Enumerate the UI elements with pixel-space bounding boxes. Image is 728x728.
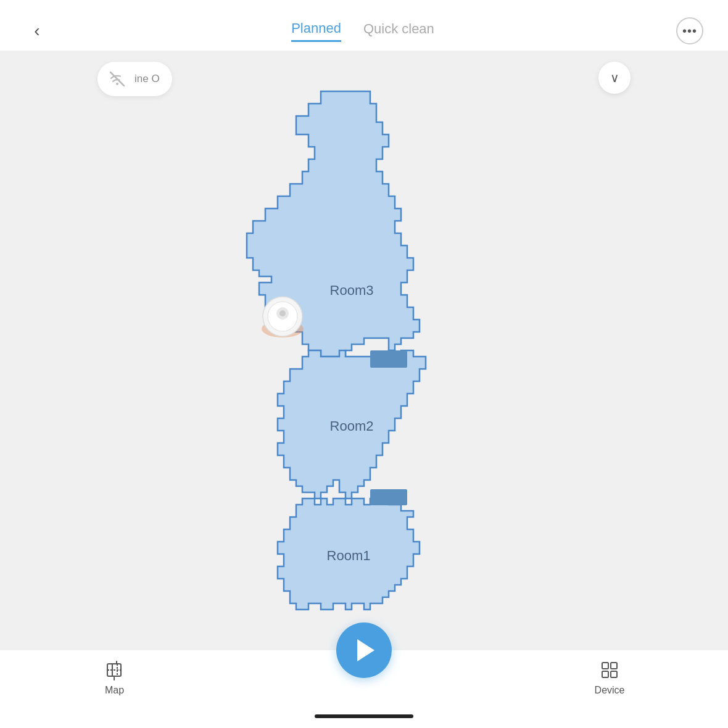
tab-quick-clean[interactable]: Quick clean <box>363 21 434 41</box>
map-label: Map <box>105 685 124 696</box>
tab-group: Planned Quick clean <box>291 20 434 42</box>
device-status-pill: ine O <box>97 62 172 96</box>
map-svg-wrapper: Room3 Room2 Room1 <box>86 51 642 650</box>
play-icon <box>357 639 374 661</box>
back-button[interactable]: ‹ <box>25 21 49 41</box>
svg-rect-4 <box>370 350 407 368</box>
floor-map-svg: Room3 Room2 Room1 <box>130 85 598 616</box>
map-icon <box>104 659 126 681</box>
room2-label: Room2 <box>330 418 374 434</box>
bottom-bar: Map Device <box>0 650 728 708</box>
device-button[interactable]: Device <box>595 659 625 696</box>
svg-point-11 <box>279 310 286 316</box>
room1-label: Room1 <box>327 548 371 563</box>
svg-rect-15 <box>602 671 608 677</box>
svg-rect-6 <box>370 489 407 505</box>
room3-label: Room3 <box>330 283 374 298</box>
svg-point-1 <box>116 83 118 85</box>
svg-rect-14 <box>611 663 617 669</box>
svg-rect-13 <box>602 663 608 669</box>
device-status-text: ine O <box>134 73 160 85</box>
play-button[interactable] <box>336 623 392 678</box>
home-indicator <box>0 708 728 728</box>
more-button[interactable]: ••• <box>676 17 703 44</box>
map-container: ine O ∨ Room3 Room2 Room1 <box>86 51 642 650</box>
svg-rect-16 <box>611 671 617 677</box>
device-icon <box>598 659 621 681</box>
map-button[interactable]: Map <box>104 659 126 696</box>
chevron-down-icon: ∨ <box>610 70 619 85</box>
home-bar <box>315 714 413 718</box>
header: ‹ Planned Quick clean ••• <box>0 0 728 51</box>
wifi-off-icon <box>106 68 128 90</box>
tab-planned[interactable]: Planned <box>291 20 341 42</box>
collapse-button[interactable]: ∨ <box>598 62 631 94</box>
device-label: Device <box>595 685 625 696</box>
